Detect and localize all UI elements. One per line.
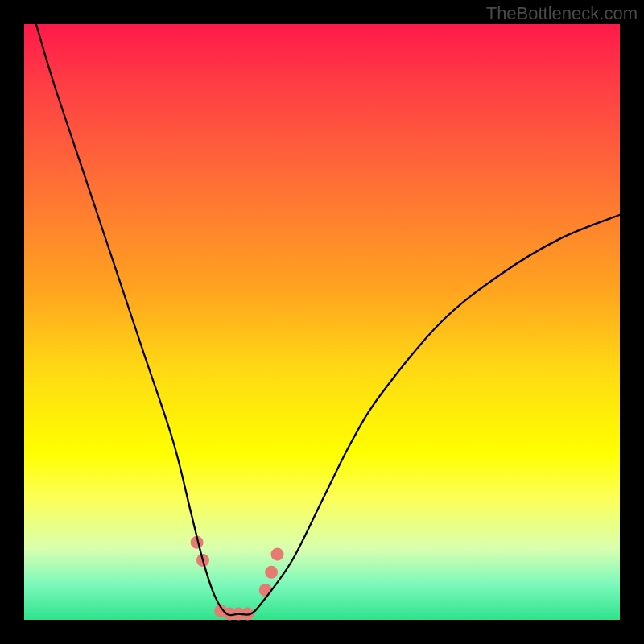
markers-group — [191, 536, 284, 621]
highlight-dot — [271, 548, 284, 561]
highlight-dot — [259, 584, 272, 597]
chart-frame: TheBottleneck.com — [0, 0, 644, 644]
watermark-text: TheBottleneck.com — [486, 3, 638, 24]
curve-svg — [24, 24, 620, 620]
plot-area — [24, 24, 620, 620]
bottleneck-curve — [36, 24, 620, 615]
highlight-dot — [265, 566, 278, 579]
